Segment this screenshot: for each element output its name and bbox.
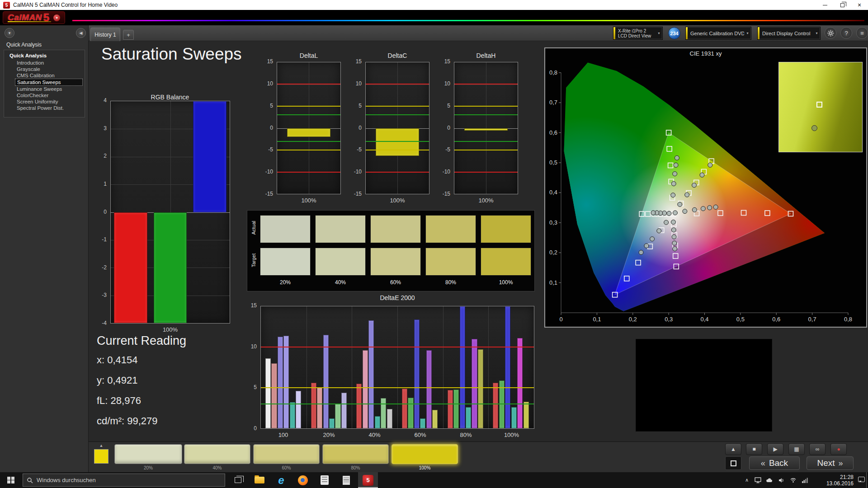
- deltae-bar-20%-0: [311, 383, 316, 428]
- measured-point: [651, 211, 656, 215]
- play-button[interactable]: ▶: [767, 443, 783, 455]
- display-control-dropdown[interactable]: Direct Display Control ▾: [757, 27, 821, 40]
- back-button[interactable]: « Back: [749, 456, 800, 470]
- workflow-tree: Quick Analysis IntroductionGrayscaleCMS …: [4, 50, 85, 117]
- target-swatch-20%: [260, 248, 311, 276]
- collapse-sidebar-button[interactable]: ◀: [76, 28, 86, 38]
- tray-expand-button[interactable]: ∧: [741, 472, 752, 488]
- taskbar-search-input[interactable]: Windows durchsuchen: [23, 474, 225, 487]
- video-window-button[interactable]: [725, 456, 741, 470]
- tray-wifi-icon[interactable]: [788, 472, 798, 488]
- y-tick-label: 3: [90, 125, 107, 131]
- settings-button[interactable]: [825, 27, 836, 39]
- patch-level-button-80%[interactable]: [322, 444, 389, 464]
- y-tick-label: 10: [240, 343, 257, 350]
- workflow-menu-button[interactable]: ▾: [5, 28, 14, 38]
- notepad-icon: [343, 476, 350, 485]
- patch-level-button-100%[interactable]: [392, 444, 458, 464]
- y-tick-label: 0,1: [549, 279, 557, 286]
- sidebar-item-spectral-power-dist-[interactable]: Spectral Power Dist.: [15, 105, 83, 111]
- patch-level-button-40%[interactable]: [184, 444, 250, 464]
- taskbar-calculator[interactable]: [315, 472, 335, 488]
- taskbar-calman-active[interactable]: 5: [358, 472, 378, 488]
- pattern-window-button[interactable]: ▦: [788, 443, 805, 455]
- patch-control-strip: ▲ ▲ ■ ▶ ▦ ∞ ● « Back Next » 20%40%60%80%…: [89, 441, 868, 472]
- rgb-balance-chart: [110, 101, 230, 324]
- sidebar-item-introduction[interactable]: Introduction: [15, 60, 83, 66]
- restore-button[interactable]: [834, 0, 851, 10]
- delta-c-title: DeltaC: [365, 52, 429, 59]
- tray-monitor-icon[interactable]: [752, 472, 763, 488]
- source-dropdown[interactable]: Generic Calibration DVD ▾: [685, 27, 751, 40]
- patch-level-button-20%[interactable]: [114, 444, 182, 464]
- x-group-label: 20%: [306, 432, 352, 440]
- x-tick-label: 0,5: [736, 316, 745, 323]
- y-tick-label: 0,7: [549, 99, 557, 106]
- help-button[interactable]: ?: [840, 27, 852, 39]
- deltae-bar-80%-3: [466, 407, 471, 428]
- sidebar-item-colorchecker[interactable]: ColorChecker: [15, 92, 83, 99]
- tray-volume-icon[interactable]: [776, 472, 787, 488]
- measured-point: [701, 206, 705, 211]
- delta-h-chart: [454, 62, 518, 194]
- deltae-bar-40%-1: [363, 350, 368, 428]
- reference-line: [454, 114, 518, 115]
- show-desktop-button[interactable]: [866, 472, 868, 488]
- measurement-count-badge[interactable]: 234: [668, 27, 680, 39]
- taskbar-file-explorer[interactable]: [250, 472, 269, 488]
- x-group-label: 100: [260, 432, 306, 440]
- logo-menu-caret-icon[interactable]: ▾: [53, 14, 60, 21]
- add-tab-button[interactable]: +: [123, 30, 134, 40]
- windows-logo-icon: [7, 477, 14, 484]
- taskbar-clock[interactable]: 21:28 13.06.2016: [812, 472, 855, 488]
- taskbar-notepad[interactable]: [336, 472, 356, 488]
- record-button[interactable]: ●: [830, 443, 847, 455]
- start-button[interactable]: [0, 472, 22, 488]
- sidebar-item-cms-calibration[interactable]: CMS Calibration: [15, 72, 83, 79]
- measured-point: [678, 202, 682, 206]
- sidebar-item-saturation-sweeps[interactable]: Saturation Sweeps: [15, 79, 83, 86]
- taskbar-firefox[interactable]: [293, 472, 313, 488]
- sidebar-item-luminance-sweeps[interactable]: Luminance Sweeps: [15, 86, 83, 92]
- meter-dropdown[interactable]: X-Rite i1Pro 2 LCD Direct View ▾: [613, 27, 663, 40]
- back-chevron-icon: «: [761, 459, 765, 468]
- measure-once-button[interactable]: ▲: [725, 443, 741, 455]
- minimize-button[interactable]: [816, 0, 834, 10]
- reference-line: [366, 141, 429, 142]
- cie-title: CIE 1931 xy: [545, 50, 866, 57]
- next-button[interactable]: Next »: [807, 456, 854, 470]
- measured-point: [692, 183, 697, 188]
- y-tick-label: 0,2: [549, 249, 557, 256]
- meter-name: X-Rite i1Pro 2: [618, 28, 651, 33]
- tray-cloud-icon[interactable]: [764, 472, 775, 488]
- patch-level-button-60%[interactable]: [253, 444, 320, 464]
- x-tick-label: 0,4: [701, 316, 709, 323]
- taskbar-edge[interactable]: e: [271, 472, 291, 488]
- y-tick-label: 0: [344, 125, 362, 131]
- edge-icon: e: [278, 475, 284, 486]
- y-tick-label: 0: [256, 125, 273, 131]
- reference-line: [366, 150, 429, 150]
- calman-logo[interactable]: CalMAN 5 ▾: [3, 11, 65, 24]
- clock-time: 21:28: [812, 474, 854, 480]
- stop-button[interactable]: ■: [746, 443, 762, 455]
- close-button[interactable]: ×: [851, 0, 868, 10]
- source-name: Generic Calibration DVD: [688, 31, 744, 36]
- task-view-icon: [235, 477, 241, 483]
- options-button[interactable]: ≡: [856, 27, 868, 39]
- swatch-column-label: 60%: [370, 279, 421, 286]
- y-tick-label: 0,5: [549, 159, 557, 166]
- notification-center-button[interactable]: [858, 477, 865, 482]
- workflow-sidebar: ▾ ◀ Quick Analysis Quick Analysis Introd…: [0, 25, 89, 472]
- reference-line: [277, 172, 340, 173]
- y-tick-label: 0,3: [549, 219, 557, 226]
- tray-network-icon[interactable]: [799, 472, 810, 488]
- task-view-button[interactable]: [228, 472, 248, 488]
- sidebar-item-quick-analysis-root[interactable]: Quick Analysis: [4, 52, 85, 60]
- calman-app-window: 5 CalMAN 5 CalMAN Control for Home Video…: [0, 0, 868, 488]
- tab-history-1[interactable]: History 1: [90, 28, 120, 41]
- sidebar-item-screen-uniformity[interactable]: Screen Uniformity: [15, 99, 83, 105]
- y-tick-label: 15: [240, 302, 257, 309]
- sidebar-item-grayscale[interactable]: Grayscale: [15, 66, 83, 72]
- continuous-loop-button[interactable]: ∞: [809, 443, 826, 455]
